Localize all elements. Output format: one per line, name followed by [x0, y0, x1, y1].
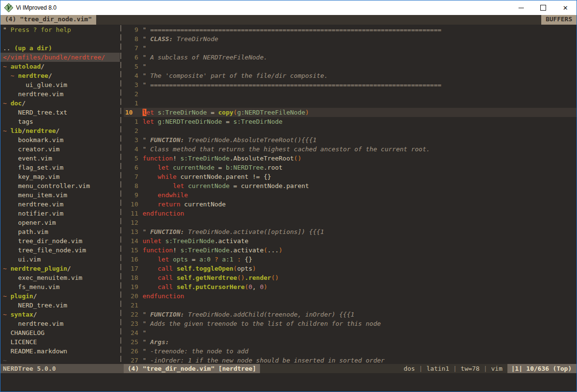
editor-line[interactable]: 21 [124, 301, 577, 310]
line-number: 5 [124, 154, 143, 163]
nerdtree-item[interactable]: README.markdown [0, 347, 120, 356]
buffers-label[interactable]: BUFFERS [541, 15, 577, 25]
nerdtree-item[interactable]: .. (up a dir) [0, 44, 120, 53]
close-button[interactable]: ✕ [554, 0, 577, 15]
nerdtree-item[interactable]: path.vim [0, 227, 120, 236]
command-line[interactable] [0, 373, 577, 392]
editor-line[interactable]: 17 call self.toggleOpen(opts) [124, 264, 577, 273]
editor-line[interactable]: 6 let currentNode = b:NERDTree.root [124, 163, 577, 172]
nerdtree-item[interactable]: NERD_tree.vim [0, 301, 120, 310]
nerdtree-panel[interactable]: " Press ? for help.. (up a dir)</vimfile… [0, 25, 120, 364]
nerdtree-item[interactable]: " Press ? for help [0, 25, 120, 34]
editor-line[interactable]: 23" Adds the given treenode to the list … [124, 319, 577, 328]
nerdtree-item[interactable]: ~ autoload/ [0, 62, 120, 71]
line-text: NERD_tree.vim [3, 301, 67, 310]
nerdtree-item[interactable]: ui_glue.vim [0, 80, 120, 89]
nerdtree-item[interactable]: bookmark.vim [0, 135, 120, 145]
nerdtree-item[interactable]: nerdtree.vim [0, 89, 120, 99]
editor-line[interactable]: 7 while currentNode.parent != {} [124, 172, 577, 181]
editor-line[interactable]: 8" CLASS: TreeDirNode [124, 34, 577, 44]
nerdtree-item[interactable]: notifier.vim [0, 209, 120, 218]
editor-line[interactable]: 16 let opts = a:0 ? a:1 : {} [124, 255, 577, 264]
editor-line[interactable]: 13" FUNCTION: TreeDirNode.activate([opti… [124, 227, 577, 236]
editor-line[interactable]: 1 [124, 99, 577, 108]
editor-line[interactable]: 3" =====================================… [124, 80, 577, 89]
nerdtree-item[interactable]: menu_item.vim [0, 190, 120, 200]
editor-line[interactable]: 20endfunction [124, 291, 577, 301]
window-split-separator[interactable] [120, 25, 124, 364]
nerdtree-item[interactable]: ui.vim [0, 255, 120, 264]
line-text: LICENCE [3, 337, 37, 347]
editor-line[interactable]: 26" -treenode: the node to add [124, 347, 577, 356]
line-text: nerdtree.vim [3, 319, 63, 328]
nerdtree-item[interactable]: ~ nerdtree_plugin/ [0, 264, 120, 273]
line-text: notifier.vim [3, 209, 63, 218]
editor-line[interactable]: 18 call self.getNerdtree().render() [124, 273, 577, 282]
nerdtree-item[interactable]: key_map.vim [0, 172, 120, 181]
editor-line[interactable]: 24" [124, 328, 577, 337]
line-text: exec_menuitem.vim [3, 273, 82, 282]
nerdtree-item[interactable]: nerdtree.vim [0, 200, 120, 209]
editor-line[interactable]: 15function! s:TreeDirNode.activate(...) [124, 246, 577, 255]
editor-line[interactable]: 9 endwhile [124, 190, 577, 200]
editor-line[interactable]: 22" FUNCTION: TreeDirNode.addChild(treen… [124, 310, 577, 319]
nerdtree-item[interactable]: tags [0, 117, 120, 126]
nerdtree-item[interactable]: event.vim [0, 154, 120, 163]
editor-line[interactable]: 4" Class method that returns the highest… [124, 145, 577, 154]
editor-line[interactable]: 12 [124, 218, 577, 227]
maximize-button[interactable] [532, 0, 554, 15]
editor-line[interactable]: 14unlet s:TreeDirNode.activate [124, 236, 577, 246]
line-text: ~ lib/nerdtree/ [3, 126, 59, 135]
editor-line[interactable]: 25" Args: [124, 337, 577, 347]
nerdtree-item[interactable]: ~ nerdtree/ [0, 71, 120, 80]
nerdtree-item[interactable]: tree_file_node.vim [0, 246, 120, 255]
nerdtree-item[interactable]: fs_menu.vim [0, 282, 120, 291]
editor-line[interactable]: 2 [124, 126, 577, 135]
nerdtree-item[interactable]: opener.vim [0, 218, 120, 227]
token [143, 256, 158, 263]
minimize-button[interactable] [510, 0, 532, 15]
token: nerdtree [18, 72, 48, 79]
nerdtree-item[interactable]: ~ [0, 356, 120, 364]
editor-line[interactable]: 8 let currentNode = currentNode.parent [124, 181, 577, 190]
token: FUNCTION: [150, 311, 184, 318]
nerdtree-item[interactable]: CHANGELOG [0, 328, 120, 337]
nerdtree-item[interactable]: ~ plugin/ [0, 291, 120, 301]
nerdtree-item[interactable] [0, 34, 120, 44]
editor-line[interactable]: 5" [124, 62, 577, 71]
line-number: 1 [124, 117, 143, 126]
nerdtree-item[interactable]: NERD_tree.txt [0, 108, 120, 117]
nerdtree-item[interactable]: LICENCE [0, 337, 120, 347]
editor-line[interactable]: 27" -inOrder: 1 if the new node should b… [124, 356, 577, 364]
token: s:TreeDirNode [158, 109, 207, 116]
editor-line[interactable]: 4" The 'composite' part of the file/dir … [124, 71, 577, 80]
nerdtree-item[interactable]: ~ doc/ [0, 99, 120, 108]
editor-line[interactable]: 10let s:TreeDirNode = copy(g:NERDTreeFil… [124, 108, 577, 117]
editor-line[interactable]: 7" [124, 44, 577, 53]
token: while [158, 173, 176, 180]
line-number: 7 [124, 172, 143, 181]
editor-line[interactable]: 9" =====================================… [124, 25, 577, 34]
editor-line[interactable]: 3" FUNCTION: TreeDirNode.AbsoluteTreeRoo… [124, 135, 577, 145]
line-number: 8 [124, 34, 143, 44]
editor-line[interactable]: 5function! s:TreeDirNode.AbsoluteTreeRoo… [124, 154, 577, 163]
nerdtree-item[interactable]: ~ syntax/ [0, 310, 120, 319]
nerdtree-item[interactable]: flag_set.vim [0, 163, 120, 172]
editor-line[interactable]: 19 call self.putCursorHere(0, 0) [124, 282, 577, 291]
nerdtree-item[interactable]: </vimfiles/bundle/nerdtree/ [0, 53, 120, 62]
line-text: " [143, 328, 146, 337]
editor-line[interactable]: 1let g:NERDTreeDirNode = s:TreeDirNode [124, 117, 577, 126]
nerdtree-item[interactable]: menu_controller.vim [0, 181, 120, 190]
editor-line[interactable]: 6" A subclass of NERDTreeFileNode. [124, 53, 577, 62]
editor-panel[interactable]: 9" =====================================… [124, 25, 577, 364]
nerdtree-item[interactable]: tree_dir_node.vim [0, 236, 120, 246]
nerdtree-item[interactable]: ~ lib/nerdtree/ [0, 126, 120, 135]
editor-line[interactable]: 11endfunction [124, 209, 577, 218]
token: ~ [11, 72, 18, 79]
tab-tree-dir-node[interactable]: (4) "tree_dir_node.vim" [0, 15, 96, 25]
nerdtree-item[interactable]: creator.vim [0, 145, 120, 154]
editor-line[interactable]: 2 [124, 89, 577, 99]
nerdtree-item[interactable]: nerdtree.vim [0, 319, 120, 328]
nerdtree-item[interactable]: exec_menuitem.vim [0, 273, 120, 282]
editor-line[interactable]: 10 return currentNode [124, 200, 577, 209]
